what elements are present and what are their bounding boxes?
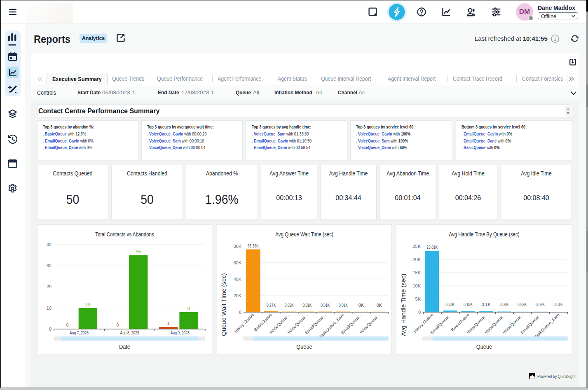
svg-text:0.01K: 0.01K bbox=[302, 303, 312, 308]
svg-text:Aug 7, 2023: Aug 7, 2023 bbox=[70, 330, 89, 335]
svg-text:80K: 80K bbox=[233, 244, 241, 249]
svg-text:0.01K: 0.01K bbox=[554, 302, 563, 307]
svg-text:0: 0 bbox=[239, 310, 241, 315]
svg-text:0: 0 bbox=[116, 322, 119, 327]
svg-text:1: 1 bbox=[167, 321, 169, 326]
svg-text:0: 0 bbox=[66, 322, 68, 327]
svg-text:10: 10 bbox=[85, 302, 91, 307]
svg-text:40: 40 bbox=[47, 242, 52, 247]
svg-text:8: 8 bbox=[187, 306, 190, 311]
svg-text:Henry Queue: Henry Queue bbox=[233, 312, 255, 334]
svg-text:Aug 8, 2023: Aug 8, 2023 bbox=[120, 330, 139, 335]
svg-text:35: 35 bbox=[136, 249, 141, 254]
svg-text:0K: 0K bbox=[377, 303, 382, 308]
svg-text:25K: 25K bbox=[412, 244, 421, 249]
svg-text:20K: 20K bbox=[412, 257, 421, 262]
svg-text:0.33K: 0.33K bbox=[445, 302, 455, 307]
svg-text:0.27K: 0.27K bbox=[267, 303, 276, 308]
svg-text:Queue Wait Time (sec): Queue Wait Time (sec) bbox=[220, 273, 227, 336]
svg-text:10K: 10K bbox=[412, 283, 421, 288]
svg-text:0.01K: 0.01K bbox=[321, 303, 330, 308]
svg-text:20: 20 bbox=[47, 284, 52, 289]
svg-text:15K: 15K bbox=[412, 270, 421, 275]
svg-text:20K: 20K bbox=[233, 293, 241, 298]
svg-text:30: 30 bbox=[47, 263, 52, 268]
svg-text:0.01K: 0.01K bbox=[339, 303, 348, 308]
svg-text:Avg Handle Time (sec): Avg Handle Time (sec) bbox=[400, 274, 407, 336]
svg-text:0.02K: 0.02K bbox=[285, 303, 294, 308]
svg-text:60K: 60K bbox=[233, 260, 241, 265]
svg-text:23.01K: 23.01K bbox=[426, 245, 438, 250]
svg-text:0.18K: 0.18K bbox=[464, 302, 473, 307]
svg-text:Aug 9, 2023: Aug 9, 2023 bbox=[171, 330, 190, 335]
svg-text:0.1K: 0.1K bbox=[482, 302, 491, 307]
svg-text:5K: 5K bbox=[415, 297, 421, 301]
svg-text:40K: 40K bbox=[233, 277, 241, 282]
svg-text:0: 0 bbox=[418, 310, 421, 315]
svg-text:75.36K: 75.36K bbox=[248, 243, 259, 248]
svg-text:10: 10 bbox=[47, 306, 52, 311]
svg-text:0K: 0K bbox=[358, 303, 364, 308]
svg-text:0.02K: 0.02K bbox=[536, 302, 545, 307]
svg-text:0.02K: 0.02K bbox=[518, 302, 527, 307]
svg-text:0.06K: 0.06K bbox=[499, 302, 509, 307]
svg-text:0: 0 bbox=[49, 327, 52, 332]
